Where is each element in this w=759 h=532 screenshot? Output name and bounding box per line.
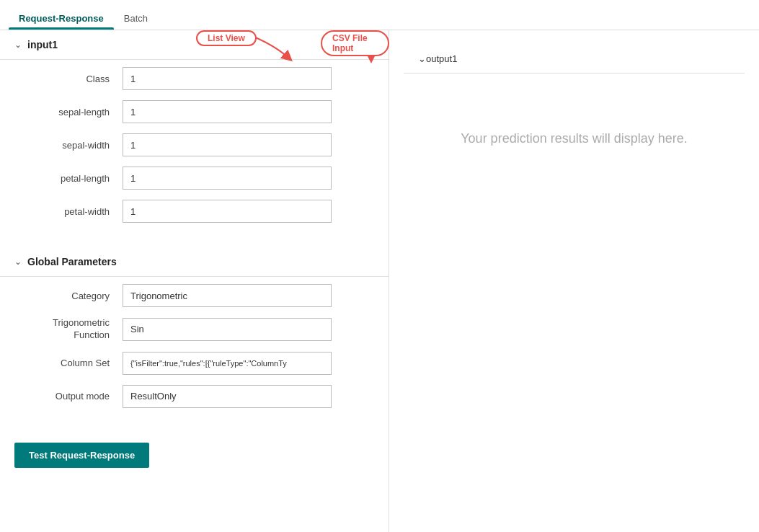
- label-output-mode: Output mode: [29, 391, 123, 402]
- field-row-category: Category: [29, 284, 360, 307]
- field-row-petal-width: petal-width: [29, 200, 360, 223]
- output-section-header: ⌄ output1: [404, 45, 745, 74]
- input-column-set[interactable]: [123, 352, 332, 375]
- svg-rect-2: [334, 47, 345, 49]
- label-class: Class: [29, 74, 123, 84]
- output-chevron-icon[interactable]: ⌄: [418, 53, 426, 64]
- input-fields: Class sepal-length sepal-width petal-len…: [0, 60, 389, 240]
- svg-rect-1: [334, 43, 345, 45]
- input-sepal-length[interactable]: [123, 100, 332, 123]
- input-section-header: ⌄ input1: [0, 30, 389, 60]
- tab-request-response[interactable]: Request-Response: [9, 6, 114, 30]
- global-section-title: Global Parameters: [27, 256, 117, 267]
- label-category: Category: [29, 291, 123, 301]
- input-category[interactable]: [123, 284, 332, 307]
- field-row-petal-length: petal-length: [29, 167, 360, 190]
- label-sepal-length: sepal-length: [29, 107, 123, 118]
- input-chevron-icon[interactable]: ⌄: [14, 40, 22, 50]
- csv-file-input-button[interactable]: [354, 35, 374, 55]
- right-panel: ⌄ output1 Your prediction results will d…: [389, 30, 759, 532]
- tab-bar: Request-Response Batch: [0, 0, 759, 30]
- main-content: ⌄ input1: [0, 30, 759, 532]
- output-section-title: output1: [426, 53, 457, 64]
- list-view-button[interactable]: [329, 35, 350, 55]
- label-petal-length: petal-length: [29, 173, 123, 184]
- global-section-header: ⌄ Global Parameters: [0, 247, 389, 277]
- svg-rect-0: [334, 40, 345, 42]
- left-panel: ⌄ input1: [0, 30, 389, 532]
- field-row-class: Class: [29, 67, 360, 90]
- global-fields: Category TrigonometricFunction Column Se…: [0, 277, 389, 425]
- tab-batch[interactable]: Batch: [114, 6, 158, 30]
- label-sepal-width: sepal-width: [29, 140, 123, 151]
- field-row-sepal-width: sepal-width: [29, 133, 360, 156]
- field-row-sepal-length: sepal-length: [29, 100, 360, 123]
- input-icon-buttons: [329, 35, 374, 55]
- label-petal-width: petal-width: [29, 206, 123, 217]
- input-section-title: input1: [27, 39, 58, 50]
- input-output-mode[interactable]: [123, 385, 332, 408]
- field-row-column-set: Column Set: [29, 352, 360, 375]
- test-request-response-button[interactable]: Test Request-Response: [14, 443, 149, 468]
- field-row-output-mode: Output mode: [29, 385, 360, 408]
- field-row-trig-function: TrigonometricFunction: [29, 317, 360, 342]
- prediction-placeholder: Your prediction results will display her…: [404, 117, 745, 161]
- global-chevron-icon[interactable]: ⌄: [14, 257, 22, 267]
- input-sepal-width[interactable]: [123, 133, 332, 156]
- input-trig-function[interactable]: [123, 318, 332, 341]
- input-petal-width[interactable]: [123, 200, 332, 223]
- label-trig-function: TrigonometricFunction: [29, 317, 123, 342]
- label-column-set: Column Set: [29, 358, 123, 368]
- input-class[interactable]: [123, 67, 332, 90]
- input-petal-length[interactable]: [123, 167, 332, 190]
